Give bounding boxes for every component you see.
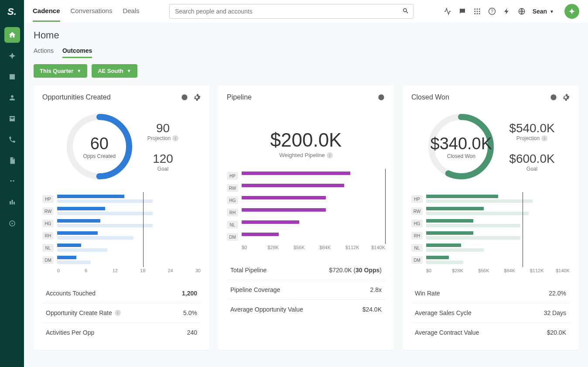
help-icon[interactable]: ? bbox=[488, 7, 496, 15]
gauge-value: $340.0K bbox=[431, 134, 492, 153]
apps-icon[interactable] bbox=[473, 7, 481, 15]
hbar-row: NL bbox=[227, 220, 385, 229]
stats-list: Total Pipeline $720.0K (30 Opps) Pipelin… bbox=[227, 261, 385, 319]
hbar-label: NL bbox=[227, 221, 238, 229]
gauge-label: Closed Won bbox=[447, 153, 475, 159]
goal-line bbox=[143, 192, 144, 267]
hbar-chart: HP RW HG RH NL bbox=[227, 171, 385, 250]
stat-label: Activities Per Opp bbox=[46, 329, 94, 336]
chat-icon[interactable] bbox=[458, 7, 466, 15]
svg-point-3 bbox=[476, 8, 478, 10]
stat-row: Average Contract Value $20.0K bbox=[411, 323, 570, 342]
nav-person-icon[interactable] bbox=[4, 90, 20, 106]
nav-target-icon[interactable] bbox=[4, 216, 20, 231]
gauge-value: 60 bbox=[90, 134, 109, 153]
hbar-row: RW bbox=[227, 184, 385, 192]
axis-tick: $28K bbox=[452, 268, 478, 273]
nav-home-icon[interactable] bbox=[4, 27, 20, 43]
nav-building-icon[interactable] bbox=[4, 69, 20, 85]
info-icon[interactable]: i bbox=[541, 135, 547, 141]
info-icon[interactable]: i bbox=[327, 152, 333, 158]
hbar-primary bbox=[426, 195, 498, 198]
hbar-row: NL bbox=[411, 244, 570, 252]
info-icon[interactable] bbox=[181, 93, 188, 101]
filter-team[interactable]: AE South▼ bbox=[92, 64, 137, 78]
nav-quote-icon[interactable] bbox=[4, 174, 20, 189]
topnav-deals[interactable]: Deals bbox=[123, 1, 139, 22]
hbar-label: HG bbox=[411, 220, 423, 227]
axis-tick: $84K bbox=[504, 268, 530, 273]
nav-mail-icon[interactable] bbox=[4, 111, 20, 127]
card-title: Closed Won bbox=[411, 93, 449, 101]
globe-icon[interactable] bbox=[518, 7, 526, 15]
axis-tick: $0 bbox=[242, 245, 267, 250]
nav-document-icon[interactable] bbox=[4, 153, 20, 168]
hbar-row: HP bbox=[227, 171, 385, 180]
bolt-icon[interactable] bbox=[503, 7, 511, 15]
info-icon[interactable]: i bbox=[172, 135, 178, 141]
hbar-track bbox=[426, 195, 570, 203]
hbar-label: DM bbox=[411, 256, 423, 264]
hbar-secondary bbox=[57, 236, 133, 240]
hbar-row: HP bbox=[411, 195, 570, 203]
hbar-label: NL bbox=[411, 244, 423, 252]
hbar-row: HG bbox=[42, 219, 201, 228]
filter-period-label: This Quarter bbox=[40, 68, 73, 74]
info-icon[interactable]: i bbox=[115, 310, 121, 316]
projection-value: $540.0K bbox=[509, 121, 554, 135]
info-icon[interactable] bbox=[377, 93, 385, 101]
hbar-row: HG bbox=[227, 196, 385, 205]
hbar-row: DM bbox=[411, 256, 570, 264]
hbar-row: HG bbox=[411, 219, 570, 228]
gear-icon[interactable] bbox=[562, 93, 570, 101]
goal-value: $600.0K bbox=[509, 152, 554, 166]
subtab-actions[interactable]: Actions bbox=[34, 47, 54, 58]
filter-period[interactable]: This Quarter▼ bbox=[34, 64, 87, 78]
svg-point-10 bbox=[479, 13, 480, 14]
hbar-row: HP bbox=[42, 195, 201, 203]
hbar-track bbox=[57, 256, 201, 264]
hbar-label: HG bbox=[227, 196, 238, 204]
hbar-row: NL bbox=[42, 244, 201, 252]
axis-tick: 0 bbox=[57, 268, 85, 273]
search-icon[interactable] bbox=[402, 7, 409, 16]
stat-value: 1,200 bbox=[182, 290, 197, 297]
hbar-primary bbox=[426, 207, 484, 210]
hbar-label: NL bbox=[42, 244, 54, 252]
stat-label: Average Sales Cycle bbox=[415, 309, 472, 316]
hbar-secondary bbox=[426, 199, 533, 203]
hbar-track bbox=[242, 233, 385, 241]
goal-value: 120 bbox=[153, 152, 173, 166]
topbar: Cadence Conversations Deals ? Sean▼ bbox=[24, 0, 588, 23]
nav-phone-icon[interactable] bbox=[4, 132, 20, 147]
hbar-chart: HP RW HG RH NL bbox=[42, 195, 201, 273]
stat-value: 240 bbox=[187, 329, 197, 336]
search-input[interactable] bbox=[169, 4, 414, 19]
info-icon[interactable] bbox=[550, 93, 557, 101]
subtab-outcomes[interactable]: Outcomes bbox=[62, 47, 92, 58]
topnav-cadence[interactable]: Cadence bbox=[33, 1, 60, 22]
hbar-primary bbox=[242, 184, 344, 187]
stat-label: Pipeline Coverage bbox=[230, 286, 280, 293]
nav-chart-icon[interactable] bbox=[4, 195, 20, 210]
axis-tick: 6 bbox=[85, 268, 112, 273]
gear-icon[interactable] bbox=[193, 93, 201, 101]
hbar-row: RH bbox=[411, 231, 570, 240]
hbar-label: RW bbox=[227, 184, 238, 192]
filters: This Quarter▼ AE South▼ bbox=[34, 64, 578, 78]
hbar-row: RH bbox=[227, 208, 385, 217]
axis-tick: $140K bbox=[371, 245, 385, 250]
hbar-label: RH bbox=[42, 232, 54, 240]
hbar-label: HP bbox=[227, 172, 238, 180]
stat-value: 32 Days bbox=[544, 309, 566, 316]
stat-value: $24.0K bbox=[362, 306, 382, 313]
topnav-conversations[interactable]: Conversations bbox=[71, 1, 113, 22]
axis-tick: $112K bbox=[530, 268, 556, 273]
hbar-secondary bbox=[57, 199, 153, 203]
axis-tick: $112K bbox=[345, 245, 371, 250]
hbar-track bbox=[426, 207, 570, 216]
user-menu[interactable]: Sean▼ bbox=[533, 8, 554, 15]
nav-rocket-icon[interactable] bbox=[4, 48, 20, 64]
avatar[interactable] bbox=[564, 4, 579, 19]
activity-icon[interactable] bbox=[444, 7, 451, 15]
